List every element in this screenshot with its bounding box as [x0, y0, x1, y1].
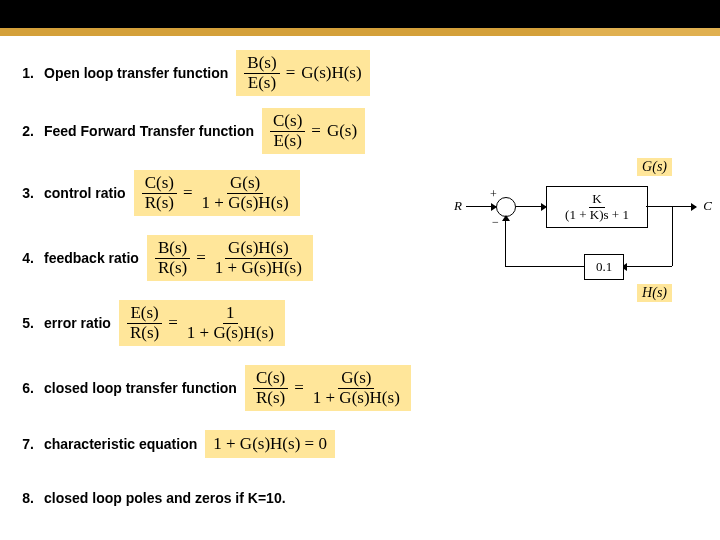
item-label: feedback ratio	[44, 250, 139, 266]
line-h-out	[505, 266, 584, 267]
item-label: characteristic equation	[44, 436, 197, 452]
line-to-g	[516, 206, 546, 207]
forward-block: K(1 + K)s + 1	[546, 186, 648, 228]
item-label: Open loop transfer function	[44, 65, 228, 81]
minus-sign: −	[492, 215, 499, 230]
formula-characteristic: 1 + G(s)H(s) = 0	[205, 430, 335, 458]
item-number: 5.	[12, 315, 34, 331]
item-2: 2. Feed Forward Transfer function C(s)E(…	[12, 108, 710, 154]
g-label: G(s)	[637, 158, 672, 176]
line-up	[505, 216, 506, 266]
item-label: Feed Forward Transfer function	[44, 123, 254, 139]
top-bar	[0, 0, 720, 28]
line-g-out	[646, 206, 696, 207]
line-r-in	[466, 206, 496, 207]
item-number: 4.	[12, 250, 34, 266]
formula-feed-forward: C(s)E(s) = G(s)	[262, 108, 365, 154]
item-8: 8. closed loop poles and zeros if K=10.	[12, 490, 710, 506]
item-number: 2.	[12, 123, 34, 139]
h-label: H(s)	[637, 284, 672, 302]
signal-c: C	[703, 198, 712, 214]
line-down	[672, 206, 673, 266]
plus-sign: +	[490, 187, 497, 202]
item-label: error ratio	[44, 315, 111, 331]
item-number: 8.	[12, 490, 34, 506]
accent-stripe	[0, 28, 720, 36]
formula-error-ratio: E(s)R(s) = 11 + G(s)H(s)	[119, 300, 285, 346]
item-number: 1.	[12, 65, 34, 81]
item-label: closed loop poles and zeros if K=10.	[44, 490, 286, 506]
item-number: 3.	[12, 185, 34, 201]
item-label: closed loop transfer function	[44, 380, 237, 396]
item-6: 6. closed loop transfer function C(s)R(s…	[12, 365, 710, 411]
formula-open-loop: B(s)E(s) = G(s)H(s)	[236, 50, 369, 96]
formula-feedback-ratio: B(s)R(s) = G(s)H(s)1 + G(s)H(s)	[147, 235, 313, 281]
summing-junction	[496, 197, 516, 217]
line-to-h	[622, 266, 672, 267]
item-7: 7. characteristic equation 1 + G(s)H(s) …	[12, 430, 710, 458]
block-diagram: G(s) H(s) R C + − K(1 + K)s + 1 0.1	[462, 160, 702, 310]
feedback-block: 0.1	[584, 254, 624, 280]
item-1: 1. Open loop transfer function B(s)E(s) …	[12, 50, 710, 96]
item-label: control ratio	[44, 185, 126, 201]
signal-r: R	[454, 198, 462, 214]
formula-closed-loop: C(s)R(s) = G(s)1 + G(s)H(s)	[245, 365, 411, 411]
formula-control-ratio: C(s)R(s) = G(s)1 + G(s)H(s)	[134, 170, 300, 216]
item-number: 6.	[12, 380, 34, 396]
item-number: 7.	[12, 436, 34, 452]
